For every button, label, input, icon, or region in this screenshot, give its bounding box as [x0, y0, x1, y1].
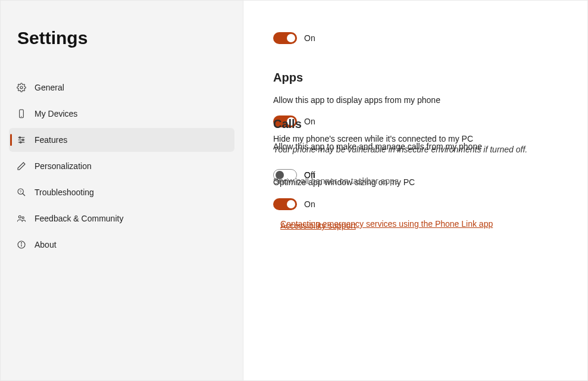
sidebar-item-label: Features	[35, 135, 67, 145]
help-icon: ?	[16, 187, 27, 198]
optimize-toggle[interactable]	[273, 198, 297, 210]
nav-list: General My Devices Features Personalizat…	[1, 76, 243, 257]
svg-point-0	[20, 86, 23, 89]
people-icon	[16, 213, 27, 224]
sidebar-item-label: Troubleshooting	[35, 188, 94, 197]
top-toggle-label: On	[304, 33, 315, 43]
hide-screen-sub: Your phone may be vulnerable in insecure…	[273, 144, 527, 155]
svg-line-10	[23, 193, 25, 196]
allow-display-label: Allow this app to display apps from my p…	[273, 94, 564, 106]
allow-display-toggle-label: On	[304, 117, 315, 126]
apps-section: Apps Allow this app to display apps from…	[273, 71, 564, 106]
sidebar-item-label: Feedback & Community	[35, 214, 123, 223]
phone-icon	[16, 108, 27, 119]
gear-icon	[16, 82, 27, 93]
sidebar-item-label: General	[35, 83, 64, 92]
optimize-toggle-label: On	[304, 199, 315, 209]
sidebar-item-label: My Devices	[35, 109, 77, 118]
sidebar-item-troubleshooting[interactable]: ? Troubleshooting	[9, 180, 234, 204]
sidebar-item-features[interactable]: Features	[9, 128, 234, 152]
top-toggle[interactable]	[273, 32, 297, 44]
sliders-icon	[16, 135, 27, 145]
top-toggle-row: On	[273, 32, 564, 45]
overlap-region-1: On Calls Hide my phone's screen while it…	[273, 114, 564, 182]
svg-point-13	[22, 217, 24, 218]
show-badge-label: Show call banner on taskbar apps	[273, 176, 399, 186]
sidebar-item-about[interactable]: About	[9, 233, 234, 257]
sidebar-item-label: About	[35, 240, 57, 249]
calls-heading: Calls	[273, 117, 302, 131]
content-area: On Apps Allow this app to display apps f…	[243, 1, 587, 380]
info-icon	[16, 239, 27, 250]
accessibility-link[interactable]: Accessibility support	[280, 221, 356, 230]
pen-icon	[16, 161, 27, 171]
sidebar-item-personalization[interactable]: Personalization	[9, 154, 234, 178]
sidebar-item-label: Personalization	[35, 161, 92, 171]
svg-point-12	[18, 216, 21, 218]
sidebar-item-general[interactable]: General	[9, 76, 234, 99]
settings-sidebar: Settings General My Devices Features Per…	[1, 1, 243, 380]
svg-point-16	[21, 242, 21, 243]
apps-heading: Apps	[273, 71, 564, 85]
overlap-region-2: Optimize app window sizing on my PC Show…	[273, 176, 564, 233]
sidebar-item-my-devices[interactable]: My Devices	[9, 102, 234, 126]
sidebar-item-feedback[interactable]: Feedback & Community	[9, 207, 234, 230]
page-title: Settings	[17, 28, 243, 48]
svg-text:?: ?	[20, 190, 22, 193]
